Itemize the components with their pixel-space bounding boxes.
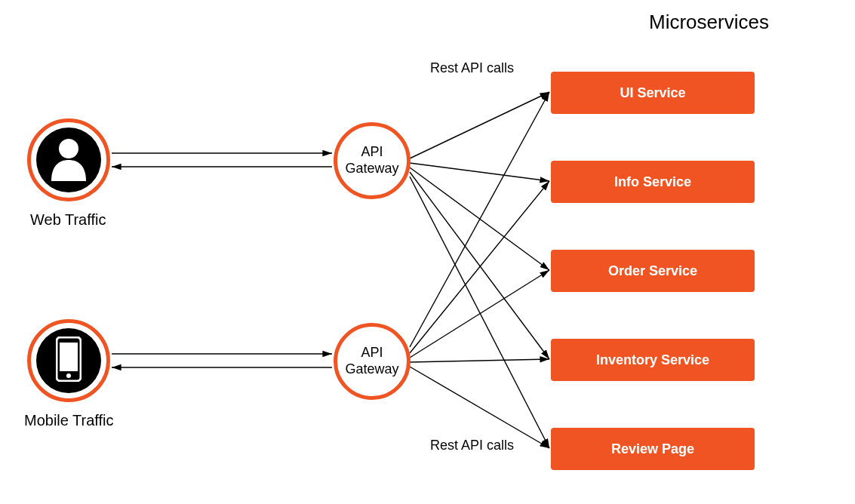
svg-point-14	[59, 139, 78, 158]
service-info-label: Info Service	[614, 174, 691, 190]
svg-line-5	[410, 163, 549, 181]
diagram-title: Microservices	[649, 11, 769, 34]
api-gateway-bottom-label: API Gateway	[345, 345, 398, 377]
service-order-label: Order Service	[608, 263, 697, 279]
service-ui: UI Service	[551, 72, 755, 114]
api-gateway-top-label: API Gateway	[345, 144, 398, 177]
user-icon	[50, 137, 88, 181]
service-inventory-label: Inventory Service	[596, 352, 709, 368]
svg-line-11	[410, 270, 549, 358]
web-client-node	[27, 118, 110, 201]
service-inventory: Inventory Service	[551, 339, 755, 381]
mobile-client-node	[27, 319, 110, 402]
svg-line-7	[410, 172, 549, 359]
rest-label-top: Rest API calls	[430, 60, 514, 76]
service-review-label: Review Page	[611, 441, 694, 457]
svg-rect-16	[60, 343, 78, 371]
svg-line-9	[410, 92, 549, 347]
svg-line-4	[410, 92, 549, 158]
service-ui-label: UI Service	[620, 85, 685, 101]
phone-icon	[56, 337, 82, 382]
api-gateway-bottom: API Gateway	[334, 323, 411, 400]
rest-label-bottom: Rest API calls	[430, 438, 514, 453]
service-order: Order Service	[551, 250, 755, 292]
api-gateway-top: API Gateway	[334, 122, 411, 199]
web-client-label: Web Traffic	[30, 211, 106, 229]
svg-line-12	[410, 359, 549, 362]
mobile-client-label: Mobile Traffic	[24, 412, 114, 429]
service-review: Review Page	[551, 428, 755, 470]
svg-line-10	[410, 181, 549, 353]
service-info: Info Service	[551, 161, 755, 203]
svg-point-17	[66, 373, 71, 378]
